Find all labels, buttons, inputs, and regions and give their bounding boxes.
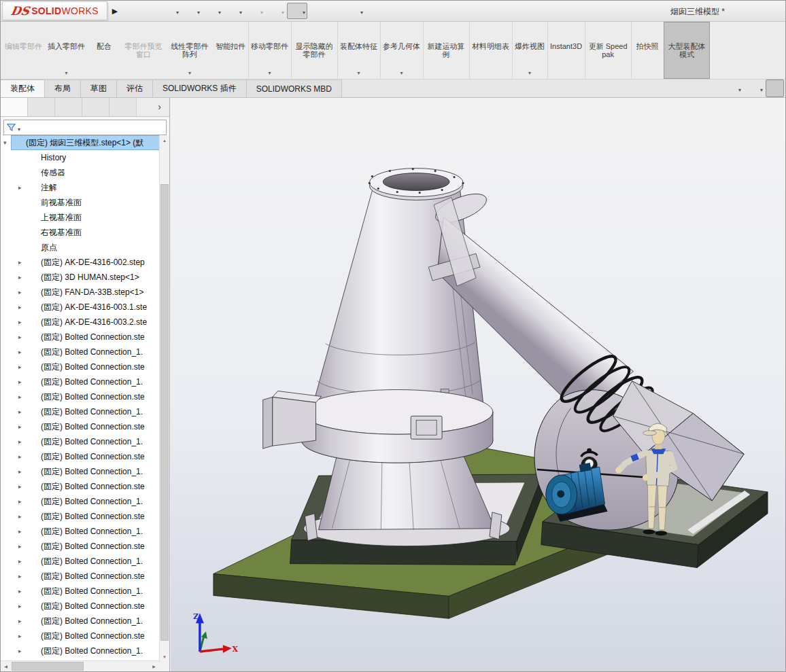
tree-expand-arrow[interactable]	[18, 603, 27, 609]
propertymanager-tab[interactable]	[28, 98, 55, 116]
tree-item[interactable]: (固定) Bolted Connection.ste	[1, 479, 159, 494]
tree-expand-arrow[interactable]	[18, 528, 27, 535]
tree-item[interactable]: (固定) Bolted Connection.ste	[1, 330, 159, 344]
dropdown-caret[interactable]	[259, 5, 263, 17]
show-hidden-button[interactable]: 显示隐藏的零部件	[291, 22, 337, 79]
tree-item[interactable]: (固定) Bolted Connection_1.	[1, 494, 159, 509]
tree-item[interactable]: (固定) Bolted Connection_1.	[1, 643, 159, 658]
graphics-area[interactable]: Z X	[171, 98, 785, 671]
tree-item[interactable]: (固定) Bolted Connection.ste	[1, 569, 159, 584]
smart-fasteners-button[interactable]: 智能扣件	[213, 22, 248, 79]
command-tab[interactable]: 布局	[45, 79, 81, 97]
tree-expand-arrow[interactable]	[18, 408, 27, 415]
tree-expand-arrow[interactable]	[18, 334, 27, 340]
tree-expand-arrow[interactable]	[18, 378, 27, 385]
print-button[interactable]	[224, 3, 244, 19]
featuremanager-tab[interactable]	[1, 98, 28, 116]
hide-show-items-button[interactable]	[766, 79, 784, 97]
tree-expand-arrow[interactable]	[18, 648, 27, 654]
tree-item[interactable]: (固定) Bolted Connection.ste	[1, 449, 159, 464]
panel-expand-arrow[interactable]: ›	[149, 99, 167, 114]
home-button[interactable]	[142, 3, 160, 19]
tree-item[interactable]: (固定) AK-DE-4316-003.2.ste	[1, 315, 159, 330]
tree-item[interactable]: 右视基准面	[1, 225, 159, 240]
scroll-right-arrow[interactable]: ▶	[149, 661, 159, 671]
tree-expand-arrow[interactable]	[18, 468, 27, 475]
tree-item[interactable]: (固定) Bolted Connection.ste	[1, 389, 159, 404]
scroll-left-arrow[interactable]: ◀	[1, 661, 11, 671]
horizontal-scroll-thumb[interactable]	[12, 662, 84, 671]
tree-item[interactable]: (固定) FAN-DA-33B.step<1>	[1, 285, 159, 300]
undo-button[interactable]	[266, 3, 286, 19]
menu-flyout-arrow[interactable]: ▶	[109, 3, 120, 18]
select-button[interactable]	[287, 3, 307, 19]
dropdown-caret[interactable]	[322, 5, 324, 17]
new-document-button[interactable]	[160, 3, 181, 19]
tree-item[interactable]: (固定) Bolted Connection.ste	[1, 419, 159, 434]
tree-expand-arrow[interactable]	[18, 633, 27, 639]
tree-item[interactable]: History	[1, 150, 159, 165]
tree-expand-arrow[interactable]	[18, 184, 27, 191]
dropdown-caret[interactable]	[662, 82, 662, 94]
scroll-down-arrow[interactable]: ▼	[160, 652, 169, 662]
tree-expand-arrow[interactable]	[18, 453, 27, 460]
exploded-view-button[interactable]: 爆炸视图	[512, 22, 547, 79]
publish-button[interactable]	[245, 3, 265, 19]
tree-item[interactable]: (固定) AK-DE-4316-002.step	[1, 255, 159, 270]
dimxpertmanager-tab[interactable]	[82, 98, 109, 116]
command-tab[interactable]: 草图	[81, 79, 117, 97]
view-orientation-button[interactable]	[722, 79, 743, 97]
linear-pattern-button[interactable]: 线性零部件阵列	[167, 22, 213, 79]
dropdown-caret[interactable]	[301, 5, 305, 17]
tree-expand-arrow[interactable]	[18, 289, 27, 296]
dropdown-caret[interactable]	[217, 5, 221, 17]
edit-component-button[interactable]: 编辑零部件	[2, 22, 45, 79]
dropdown-caret[interactable]	[738, 82, 741, 94]
tree-item[interactable]: (固定) Bolted Connection_1.	[1, 614, 159, 629]
tree-item[interactable]: (固定) 3D HUMAN.step<1>	[1, 270, 159, 285]
options-button[interactable]	[345, 3, 365, 19]
dropdown-caret[interactable]	[280, 5, 284, 17]
tree-expand-arrow[interactable]	[18, 513, 27, 520]
update-speedpak-button[interactable]: 更新 Speedpak	[585, 22, 631, 79]
rebuild-button[interactable]	[308, 3, 326, 19]
tree-expand-arrow[interactable]	[18, 558, 27, 565]
tree-expand-arrow[interactable]	[18, 618, 27, 624]
tree-item[interactable]: (固定) Bolted Connection.ste	[1, 509, 159, 524]
tree-horizontal-scrollbar[interactable]: ◀ ▶	[1, 660, 159, 671]
vertical-scroll-thumb[interactable]	[160, 184, 169, 641]
tree-item[interactable]: (固定) 烟囱三维模型.step<1> (默	[1, 135, 159, 150]
tree-expand-arrow[interactable]	[18, 573, 27, 580]
tree-item[interactable]: 原点	[1, 240, 159, 255]
dropdown-caret[interactable]	[643, 82, 643, 94]
tree-expand-arrow[interactable]	[18, 498, 27, 505]
tree-item[interactable]: 传感器	[1, 165, 159, 180]
zoom-to-area-button[interactable]	[627, 79, 645, 97]
scroll-up-arrow[interactable]: ▲	[160, 135, 169, 145]
magnifier-button[interactable]	[646, 79, 664, 97]
component-preview-button[interactable]: 零部件预览窗口	[120, 22, 167, 79]
tree-expand-arrow[interactable]	[18, 588, 27, 595]
dropdown-caret[interactable]	[359, 5, 363, 17]
bom-button[interactable]: 材料明细表	[469, 22, 512, 79]
tree-expand-arrow[interactable]	[18, 304, 27, 311]
tree-expand-arrow[interactable]	[18, 483, 27, 490]
tree-expand-arrow[interactable]	[18, 274, 27, 281]
zoom-to-fit-button[interactable]	[608, 79, 626, 97]
tree-filter-input[interactable]	[3, 120, 167, 135]
previous-view-button[interactable]	[665, 79, 683, 97]
display-style-button[interactable]	[744, 79, 765, 97]
dropdown-caret[interactable]	[719, 82, 719, 94]
insert-component-button[interactable]: 插入零部件	[45, 22, 88, 79]
tree-item[interactable]: (固定) Bolted Connection_1.	[1, 524, 159, 539]
filter-dropdown-caret[interactable]	[18, 122, 20, 134]
tree-item[interactable]: (固定) Bolted Connection_1.	[1, 554, 159, 569]
save-button[interactable]	[203, 3, 223, 19]
tree-expand-arrow[interactable]	[18, 349, 27, 355]
new-motion-study-button[interactable]: 新建运动算例	[423, 22, 469, 79]
command-tab[interactable]: SOLIDWORKS 插件	[153, 79, 247, 97]
tree-item[interactable]: 注解	[1, 180, 159, 195]
annotation-view-button[interactable]	[703, 79, 721, 97]
tree-item[interactable]: 前视基准面	[1, 195, 159, 210]
tree-item[interactable]: (固定) Bolted Connection_1.	[1, 374, 159, 389]
